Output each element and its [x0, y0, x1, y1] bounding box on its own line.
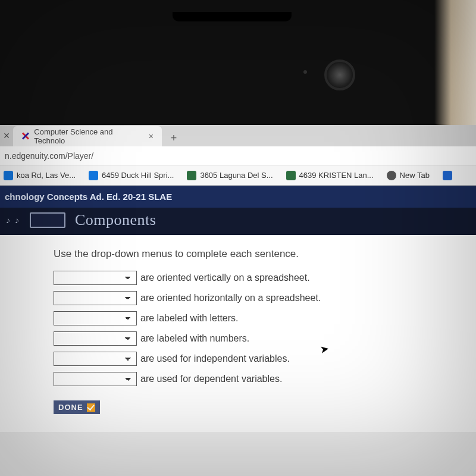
answer-dropdown-6[interactable] [54, 372, 137, 386]
instruction-text: Use the drop-down menus to complete each… [54, 248, 463, 260]
sentence-text: are oriented horizontally on a spreadshe… [140, 293, 321, 303]
bookmark-item[interactable]: 4639 KRISTEN Lan... [286, 171, 374, 180]
sentence-text: are used for dependent variables. [140, 374, 282, 384]
done-button[interactable]: DONE [54, 400, 100, 414]
laptop-bezel [0, 0, 476, 125]
bookmark-label: New Tab [400, 171, 430, 180]
sentence-text: are used for independent variables. [140, 353, 290, 364]
bookmark-icon [89, 171, 98, 180]
laptop-notch [173, 12, 292, 21]
answer-dropdown-3[interactable] [54, 311, 137, 325]
course-title: chnology Concepts Ad. Ed. 20-21 SLAE [5, 192, 172, 202]
activity-bar: ♪ ♪ Components [0, 208, 476, 235]
bookmark-icon [4, 171, 13, 180]
tab-title: Computer Science and Technolo [34, 127, 140, 145]
sentence-row: are oriented vertically on a spreadsheet… [54, 271, 463, 285]
answer-dropdown-2[interactable] [54, 291, 137, 305]
bookmarks-bar: koa Rd, Las Ve... 6459 Duck Hill Spri...… [0, 165, 476, 186]
answer-dropdown-1[interactable] [54, 271, 137, 285]
activity-box[interactable] [30, 212, 65, 228]
sentence-row: are labeled with letters. [54, 311, 463, 325]
bookmark-label: koa Rd, Las Ve... [17, 171, 76, 180]
sentence-row: are used for dependent variables. [54, 372, 463, 386]
photo-background-band [434, 0, 476, 125]
bookmark-icon [187, 171, 196, 180]
bookmark-icon [286, 171, 296, 180]
sentence-row: are oriented horizontally on a spreadshe… [54, 291, 463, 305]
done-label: DONE [58, 403, 83, 412]
course-header: chnology Concepts Ad. Ed. 20-21 SLAE [0, 186, 476, 208]
question-panel: Use the drop-down menus to complete each… [0, 235, 476, 432]
new-tab-button[interactable]: + [165, 130, 182, 146]
answer-dropdown-5[interactable] [54, 352, 137, 366]
browser-window: × Computer Science and Technolo × + n.ed… [0, 125, 476, 476]
sentence-row: are used for independent variables. [54, 352, 463, 366]
bookmark-label: 6459 Duck Hill Spri... [102, 171, 174, 180]
bookmark-item[interactable]: 6459 Duck Hill Spri... [89, 171, 174, 180]
webcam [324, 60, 355, 90]
tab-strip: × Computer Science and Technolo × + [0, 125, 476, 146]
bookmark-label: 3605 Laguna Del S... [200, 171, 273, 180]
globe-icon [387, 171, 396, 180]
bookmark-item[interactable]: New Tab [387, 171, 430, 180]
address-bar[interactable]: n.edgenuity.com/Player/ [0, 146, 476, 165]
sentence-text: are oriented vertically on a spreadsheet… [140, 273, 310, 283]
sentence-text: are labeled with numbers. [140, 333, 249, 344]
checkmark-icon [87, 403, 95, 412]
bookmark-icon-partial[interactable] [443, 171, 452, 180]
lesson-title: Components [75, 211, 156, 229]
answer-dropdown-4[interactable] [54, 331, 137, 346]
url-text: n.edgenuity.com/Player/ [5, 151, 93, 161]
audio-icon[interactable]: ♪ ♪ [6, 215, 20, 225]
bookmark-item[interactable]: koa Rd, Las Ve... [4, 171, 76, 180]
previous-tab-close-icon[interactable]: × [0, 125, 13, 146]
edgenuity-favicon [21, 132, 29, 140]
sentence-text: are labeled with letters. [140, 313, 239, 324]
sentence-row: are labeled with numbers. [54, 331, 463, 346]
tab-active[interactable]: Computer Science and Technolo × [13, 126, 162, 146]
bookmark-item[interactable]: 3605 Laguna Del S... [187, 171, 273, 180]
close-tab-icon[interactable]: × [149, 131, 154, 141]
webcam-led [303, 70, 307, 74]
bookmark-label: 4639 KRISTEN Lan... [299, 171, 374, 180]
